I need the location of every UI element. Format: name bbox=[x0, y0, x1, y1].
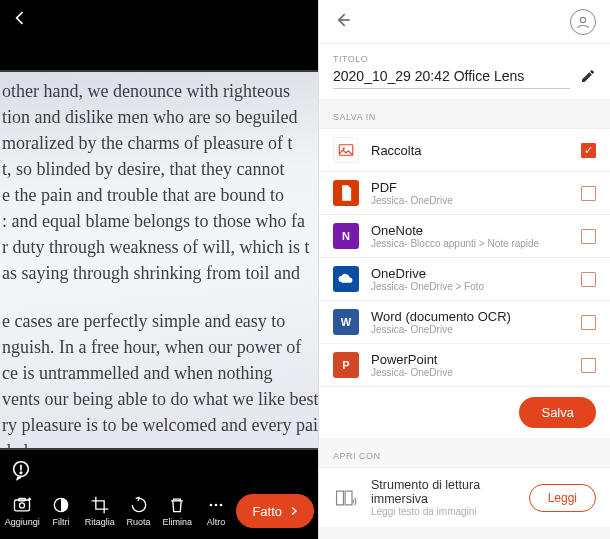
more-label: Altro bbox=[207, 517, 226, 527]
option-name: PowerPoint bbox=[371, 352, 569, 367]
doc-line: as saying through shrinking from toil an… bbox=[0, 260, 318, 286]
svg-point-11 bbox=[580, 17, 585, 22]
title-section: TITOLO 2020_10_29 20:42 Office Lens bbox=[319, 44, 610, 100]
right-header bbox=[319, 0, 610, 44]
open-with-sub: Leggi testo da immagini bbox=[371, 506, 517, 517]
doc-line: tion and dislike men who are so beguiled bbox=[0, 104, 318, 130]
left-topbar bbox=[0, 0, 318, 40]
title-input[interactable]: 2020_10_29 20:42 Office Lens bbox=[333, 66, 570, 89]
option-word[interactable]: W Word (documento OCR) Jessica- OneDrive bbox=[319, 301, 610, 344]
checkbox-raccolta[interactable]: ✓ bbox=[581, 143, 596, 158]
immersive-reader-icon bbox=[333, 485, 359, 511]
edit-icon[interactable] bbox=[580, 68, 596, 88]
caption-icon[interactable] bbox=[10, 459, 32, 485]
doc-line: ded. bbox=[0, 438, 318, 450]
doc-line: ce is untrammelled and when nothing bbox=[0, 360, 318, 386]
option-pdf[interactable]: PDF Jessica- OneDrive bbox=[319, 172, 610, 215]
doc-line: r duty through weakness of will, which i… bbox=[0, 234, 318, 260]
checkbox-onenote[interactable] bbox=[581, 229, 596, 244]
doc-line: e the pain and trouble that are bound to bbox=[0, 182, 318, 208]
open-with-label: APRI CON bbox=[319, 439, 610, 467]
option-raccolta[interactable]: Raccolta ✓ bbox=[319, 129, 610, 172]
doc-line: other hand, we denounce with righteous bbox=[0, 78, 318, 104]
rotate-label: Ruota bbox=[127, 517, 151, 527]
option-name: OneNote bbox=[371, 223, 569, 238]
filters-label: Filtri bbox=[53, 517, 70, 527]
doc-line: nguish. In a free hour, when our power o… bbox=[0, 334, 318, 360]
crop-label: Ritaglia bbox=[85, 517, 115, 527]
save-panel: TITOLO 2020_10_29 20:42 Office Lens SALV… bbox=[318, 0, 610, 539]
svg-point-9 bbox=[215, 504, 218, 507]
save-button[interactable]: Salva bbox=[519, 397, 596, 428]
save-row: Salva bbox=[319, 387, 610, 439]
filters-button[interactable]: Filtri bbox=[43, 495, 80, 527]
option-sub: Jessica- OneDrive bbox=[371, 324, 569, 335]
option-onedrive[interactable]: OneDrive Jessica- OneDrive > Foto bbox=[319, 258, 610, 301]
open-with-name: Strumento di lettura immersiva bbox=[371, 478, 517, 506]
doc-line: t, so blinded by desire, that they canno… bbox=[0, 156, 318, 182]
option-sub: Jessica- OneDrive bbox=[371, 195, 569, 206]
gallery-icon bbox=[333, 137, 359, 163]
svg-point-8 bbox=[210, 504, 213, 507]
delete-button[interactable]: Elimina bbox=[159, 495, 196, 527]
option-sub: Jessica- OneDrive bbox=[371, 367, 569, 378]
read-button-label: Leggi bbox=[548, 491, 577, 505]
doc-line: ry pleasure is to be welcomed and every … bbox=[0, 412, 318, 438]
checkbox-word[interactable] bbox=[581, 315, 596, 330]
capture-review-panel: other hand, we denounce with righteous t… bbox=[0, 0, 318, 539]
option-onenote[interactable]: N OneNote Jessica- Blocco appunti > Note… bbox=[319, 215, 610, 258]
svg-point-3 bbox=[20, 503, 25, 508]
onenote-icon: N bbox=[333, 223, 359, 249]
option-sub: Jessica- OneDrive > Foto bbox=[371, 281, 569, 292]
option-name: Word (documento OCR) bbox=[371, 309, 569, 324]
checkbox-pdf[interactable] bbox=[581, 186, 596, 201]
edit-toolbar: Aggiungi Filtri Ritaglia Ruota Elimina A… bbox=[0, 487, 318, 539]
account-icon[interactable] bbox=[570, 9, 596, 35]
pdf-icon bbox=[333, 180, 359, 206]
scanned-document-preview[interactable]: other hand, we denounce with righteous t… bbox=[0, 70, 318, 450]
doc-line: : and equal blame belongs to those who f… bbox=[0, 208, 318, 234]
title-label: TITOLO bbox=[333, 54, 596, 64]
read-button[interactable]: Leggi bbox=[529, 484, 596, 512]
delete-label: Elimina bbox=[163, 517, 193, 527]
done-label: Fatto bbox=[252, 504, 282, 519]
checkbox-powerpoint[interactable] bbox=[581, 358, 596, 373]
doc-line: vents our being able to do what we like … bbox=[0, 386, 318, 412]
more-button[interactable]: Altro bbox=[198, 495, 235, 527]
doc-line: moralized by the charms of pleasure of t bbox=[0, 130, 318, 156]
svg-rect-2 bbox=[15, 500, 30, 511]
checkbox-onedrive[interactable] bbox=[581, 272, 596, 287]
svg-point-1 bbox=[20, 472, 21, 473]
save-button-label: Salva bbox=[541, 405, 574, 420]
crop-button[interactable]: Ritaglia bbox=[81, 495, 118, 527]
open-with-row: Strumento di lettura immersiva Leggi tes… bbox=[319, 467, 610, 527]
back-icon[interactable] bbox=[333, 10, 353, 34]
add-button[interactable]: Aggiungi bbox=[4, 495, 41, 527]
option-name: PDF bbox=[371, 180, 569, 195]
done-button[interactable]: Fatto bbox=[236, 494, 314, 528]
svg-point-10 bbox=[220, 504, 223, 507]
word-icon: W bbox=[333, 309, 359, 335]
option-name: Raccolta bbox=[371, 143, 569, 158]
onedrive-icon bbox=[333, 266, 359, 292]
option-sub: Jessica- Blocco appunti > Note rapide bbox=[371, 238, 569, 249]
powerpoint-icon: P bbox=[333, 352, 359, 378]
option-powerpoint[interactable]: P PowerPoint Jessica- OneDrive bbox=[319, 344, 610, 386]
add-label: Aggiungi bbox=[5, 517, 40, 527]
save-in-label: SALVA IN bbox=[319, 100, 610, 128]
doc-line: e cases are perfectly simple and easy to bbox=[0, 308, 318, 334]
save-options-list: Raccolta ✓ PDF Jessica- OneDrive N OneNo… bbox=[319, 128, 610, 387]
option-name: OneDrive bbox=[371, 266, 569, 281]
back-icon[interactable] bbox=[10, 8, 30, 32]
rotate-button[interactable]: Ruota bbox=[120, 495, 157, 527]
